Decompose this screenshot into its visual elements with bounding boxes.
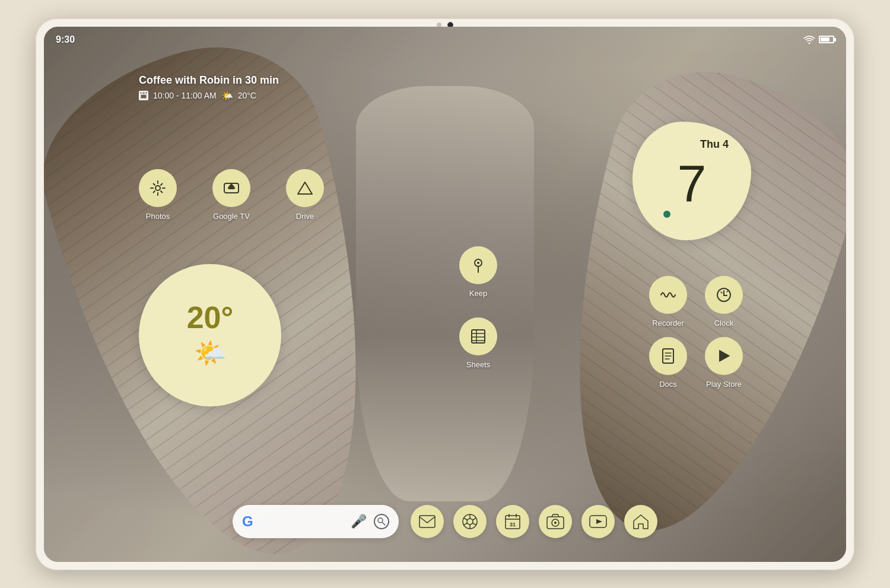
google-logo: G xyxy=(242,513,253,530)
app-clock[interactable]: Clock xyxy=(699,276,749,328)
sheets-label: Sheets xyxy=(466,360,490,369)
app-drive[interactable]: Drive xyxy=(286,169,324,221)
battery-icon xyxy=(819,36,834,43)
notification-weather: 20°C xyxy=(238,91,256,100)
keep-icon-bg xyxy=(459,246,497,284)
status-bar: 9:30 xyxy=(44,27,846,53)
notification-time: 10:00 - 11:00 AM xyxy=(153,91,217,100)
recorder-label: Recorder xyxy=(652,319,684,328)
svg-line-21 xyxy=(383,522,386,525)
drive-icon-bg xyxy=(286,169,324,207)
svg-rect-22 xyxy=(419,516,435,527)
tablet-device: 9:30 Coffee with Robin in 30 min xyxy=(36,18,854,570)
wifi-icon xyxy=(803,36,815,44)
svg-point-24 xyxy=(467,519,473,525)
docs-icon-bg xyxy=(649,337,687,375)
weather-widget[interactable]: 20° 🌤️ xyxy=(139,264,281,406)
dock-chrome[interactable] xyxy=(453,505,487,538)
keep-label: Keep xyxy=(469,289,487,298)
photos-label: Photos xyxy=(146,212,170,221)
dock: G 🎤 xyxy=(233,505,657,538)
weather-icon: 🌤️ xyxy=(194,338,227,368)
app-sheets[interactable]: Sheets xyxy=(459,317,497,369)
calendar-number: 7 xyxy=(678,160,707,207)
calendar-event-dot xyxy=(663,211,670,218)
tablet-screen: 9:30 Coffee with Robin in 30 min xyxy=(44,27,846,562)
svg-line-29 xyxy=(472,517,476,520)
app-grid-right: Recorder Clock xyxy=(643,276,805,389)
svg-text:31: 31 xyxy=(510,522,516,527)
dock-icons: 31 xyxy=(411,505,657,538)
dock-calendar[interactable]: 31 xyxy=(496,505,529,538)
mic-icon[interactable]: 🎤 xyxy=(351,514,367,529)
clock-label: Clock xyxy=(714,319,734,328)
app-keep[interactable]: Keep xyxy=(459,246,497,298)
svg-line-30 xyxy=(463,523,467,525)
app-grid-left: Photos Google TV Drive xyxy=(139,169,324,221)
google-tv-label: Google TV xyxy=(213,212,250,221)
svg-point-5 xyxy=(155,186,160,190)
svg-point-38 xyxy=(554,522,557,524)
app-recorder[interactable]: Recorder xyxy=(643,276,693,328)
notification-title: Coffee with Robin in 30 min xyxy=(139,74,279,87)
status-icons xyxy=(803,36,834,44)
drive-label: Drive xyxy=(296,212,314,221)
docs-label: Docs xyxy=(659,380,677,389)
wing-body xyxy=(356,86,534,501)
dock-home[interactable] xyxy=(624,505,657,538)
svg-point-0 xyxy=(809,42,810,44)
dock-gmail[interactable] xyxy=(411,505,444,538)
play-store-icon-bg xyxy=(705,337,743,375)
status-time: 9:30 xyxy=(56,34,75,45)
app-docs[interactable]: Docs xyxy=(643,337,693,389)
svg-line-28 xyxy=(472,523,476,525)
calendar-notification: Coffee with Robin in 30 min 10:00 - 11:0… xyxy=(139,74,279,101)
calendar-small-icon xyxy=(139,91,148,100)
calendar-day: Thu 4 xyxy=(700,138,729,151)
svg-point-20 xyxy=(378,518,383,523)
calendar-widget[interactable]: Thu 4 7 xyxy=(632,122,751,240)
clock-icon-bg xyxy=(705,276,743,314)
app-play-store[interactable]: Play Store xyxy=(699,337,749,389)
google-tv-icon-bg xyxy=(212,169,250,207)
recorder-icon-bg xyxy=(649,276,687,314)
notification-weather-emoji: 🌤️ xyxy=(221,90,233,101)
calendar-blob: Thu 4 7 xyxy=(632,122,751,240)
photos-icon-bg xyxy=(139,169,177,207)
weather-temperature: 20° xyxy=(187,302,234,333)
svg-rect-1 xyxy=(141,93,147,98)
svg-line-27 xyxy=(463,517,467,520)
app-google-tv[interactable]: Google TV xyxy=(212,169,250,221)
svg-point-8 xyxy=(477,262,479,264)
sheets-icon-bg xyxy=(459,317,497,355)
app-photos[interactable]: Photos xyxy=(139,169,177,221)
play-store-label: Play Store xyxy=(706,380,742,389)
lens-icon[interactable] xyxy=(374,514,389,529)
notification-detail: 10:00 - 11:00 AM 🌤️ 20°C xyxy=(139,90,279,101)
dock-camera[interactable] xyxy=(539,505,572,538)
search-bar[interactable]: G 🎤 xyxy=(233,505,399,538)
dock-youtube[interactable] xyxy=(581,505,615,538)
